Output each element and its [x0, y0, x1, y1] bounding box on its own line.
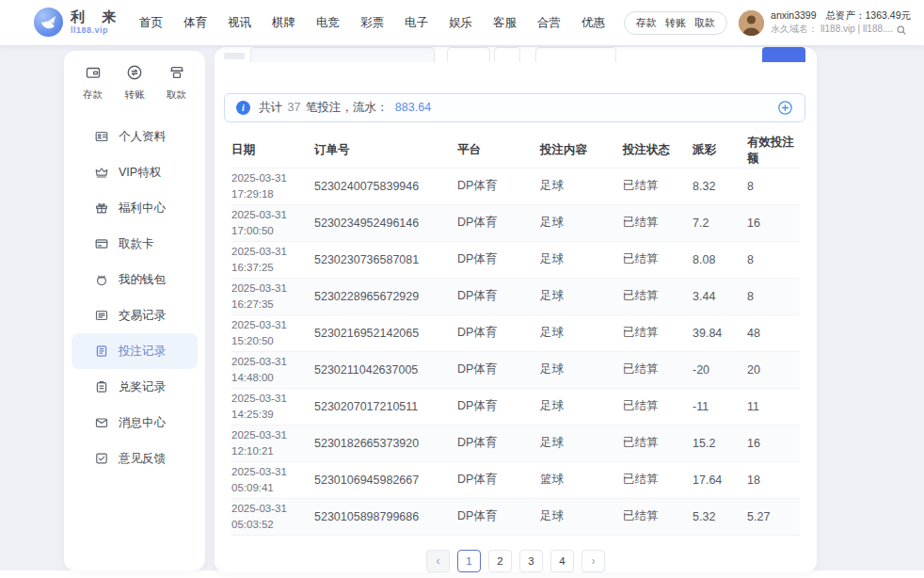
- filter-preset-button-1[interactable]: [447, 47, 490, 62]
- sidebar-item-福利中心[interactable]: 福利中心: [72, 190, 198, 226]
- nav-item-棋牌[interactable]: 棋牌: [262, 0, 306, 45]
- pagination: ‹1234›: [215, 550, 817, 572]
- column-header-订单号: 订单号: [314, 134, 457, 168]
- feedback-icon: [94, 451, 109, 466]
- bet-records-panel: i 共计 37 笔投注，流水： 883.64 日期订单号平台投注内容投注状态派彩…: [215, 47, 817, 572]
- nav-item-优惠[interactable]: 优惠: [571, 0, 615, 45]
- page-button-3[interactable]: 3: [519, 550, 543, 572]
- gift-icon: [94, 201, 109, 216]
- cell-date: 2025-03-3116:27:35: [231, 278, 314, 314]
- sidebar-item-意见反馈[interactable]: 意见反馈: [72, 441, 198, 476]
- cell-valid: 8: [747, 168, 800, 204]
- cell-order: 5230234952496146: [314, 204, 457, 241]
- next-page-button[interactable]: ›: [581, 550, 605, 572]
- sidebar-item-投注记录[interactable]: 投注记录: [72, 333, 198, 369]
- page-button-1[interactable]: 1: [457, 550, 481, 572]
- nav-item-首页[interactable]: 首页: [129, 0, 173, 45]
- cell-payout: 8.08: [693, 241, 747, 278]
- cell-order: 5230240075839946: [314, 168, 457, 204]
- cell-date: 2025-03-3114:25:39: [231, 388, 314, 425]
- cell-platform: DP体育: [457, 425, 540, 461]
- search-button[interactable]: [762, 47, 805, 62]
- cell-date: 2025-03-3112:10:21: [231, 425, 314, 461]
- nav-item-客服[interactable]: 客服: [483, 0, 527, 45]
- quick-action-存款[interactable]: 存款: [636, 16, 657, 30]
- cell-order: 5230216952142065: [314, 314, 457, 351]
- cell-valid: 8: [747, 278, 800, 314]
- filter-preset-button-2[interactable]: [494, 47, 520, 62]
- cell-content: 足球: [540, 241, 623, 278]
- table-row: 2025-03-3116:37:25 5230230736587081 DP体育…: [231, 241, 800, 278]
- table-row: 2025-03-3117:29:18 5230240075839946 DP体育…: [231, 168, 800, 204]
- cell-valid: 8: [747, 241, 800, 278]
- cell-status: 已结算: [623, 168, 693, 204]
- turnover-value: 883.64: [391, 101, 431, 114]
- cell-status: 已结算: [623, 388, 693, 425]
- cell-order: 5230105898799686: [314, 498, 457, 535]
- nav-item-电子[interactable]: 电子: [394, 0, 438, 45]
- site-logo[interactable]: 利 来 ll188.vip: [34, 8, 122, 37]
- sidebar-item-交易记录[interactable]: 交易记录: [72, 297, 198, 333]
- logo-icon: [34, 8, 63, 37]
- sidebar-shortcuts: 存款 转账 取款: [64, 64, 205, 102]
- filter-row: [215, 47, 817, 62]
- vip-crown-icon: [94, 165, 109, 180]
- table-row: 2025-03-3105:09:41 5230106945982667 DP体育…: [231, 461, 800, 498]
- sidebar-item-VIP特权[interactable]: VIP特权: [72, 154, 198, 190]
- filter-preset-button-3[interactable]: [535, 47, 616, 62]
- cell-order: 5230230736587081: [314, 241, 457, 278]
- shortcut-取款[interactable]: 取款: [167, 64, 186, 102]
- sidebar-item-取款卡[interactable]: 取款卡: [72, 226, 198, 262]
- nav-item-娱乐[interactable]: 娱乐: [438, 0, 483, 45]
- sidebar: 存款 转账 取款 个人资料 VIP特权 福利中心 取款卡 我的钱包 交易记录 投…: [64, 51, 205, 570]
- cell-content: 篮球: [540, 461, 623, 498]
- nav-item-视讯[interactable]: 视讯: [217, 0, 262, 45]
- column-header-平台: 平台: [457, 134, 540, 168]
- logo-domain: ll188.vip: [71, 26, 122, 35]
- cell-status: 已结算: [623, 498, 693, 535]
- nav-item-体育[interactable]: 体育: [173, 0, 217, 45]
- bet-records-table: 日期订单号平台投注内容投注状态派彩有效投注额 2025-03-3117:29:1…: [231, 134, 800, 536]
- quick-action-取款[interactable]: 取款: [694, 16, 715, 30]
- search-icon[interactable]: [896, 24, 907, 36]
- cell-content: 足球: [540, 351, 623, 388]
- transactions-icon: [94, 308, 109, 323]
- user-box[interactable]: anxin3399总资产：1363.49元 永久域名：ll188.vip | l…: [739, 8, 911, 37]
- column-header-投注内容: 投注内容: [540, 134, 623, 168]
- page-button-2[interactable]: 2: [488, 550, 512, 572]
- page-button-4[interactable]: 4: [550, 550, 574, 572]
- cell-payout: -11: [693, 388, 747, 425]
- cell-valid: 16: [747, 425, 800, 461]
- cell-payout: 7.2: [693, 204, 747, 241]
- bank-card-icon: [94, 236, 109, 251]
- prev-page-button[interactable]: ‹: [426, 550, 450, 572]
- main-nav-menu: 首页体育视讯棋牌电竞彩票电子娱乐客服合营优惠APP: [129, 0, 660, 45]
- cell-platform: DP体育: [457, 461, 540, 498]
- sidebar-item-消息中心[interactable]: 消息中心: [72, 405, 198, 441]
- date-range-input[interactable]: [250, 47, 435, 62]
- nav-item-电竞[interactable]: 电竞: [306, 0, 350, 45]
- shortcut-转账[interactable]: 转账: [125, 64, 145, 102]
- plus-circle-icon[interactable]: [777, 100, 793, 116]
- cell-date: 2025-03-3117:00:50: [231, 204, 314, 241]
- column-header-投注状态: 投注状态: [623, 134, 693, 168]
- nav-item-合营[interactable]: 合营: [527, 0, 571, 45]
- quick-action-转账[interactable]: 转账: [665, 16, 686, 30]
- cell-platform: DP体育: [457, 351, 540, 388]
- redeem-icon: [94, 379, 109, 394]
- cell-date: 2025-03-3117:29:18: [231, 168, 314, 204]
- shortcut-存款[interactable]: 存款: [83, 64, 103, 102]
- withdraw-icon: [168, 64, 185, 85]
- bet-records-icon: [94, 344, 109, 359]
- sidebar-item-个人资料[interactable]: 个人资料: [72, 119, 198, 154]
- cell-status: 已结算: [623, 204, 693, 241]
- cell-status: 已结算: [623, 425, 693, 461]
- cell-status: 已结算: [623, 351, 693, 388]
- cell-valid: 11: [747, 388, 800, 425]
- avatar[interactable]: [739, 10, 764, 36]
- sidebar-item-兑奖记录[interactable]: 兑奖记录: [72, 369, 198, 405]
- sidebar-item-我的钱包[interactable]: 我的钱包: [72, 262, 198, 297]
- cell-content: 足球: [540, 388, 623, 425]
- wallet-quick-actions: 存款转账取款: [624, 11, 727, 35]
- nav-item-彩票[interactable]: 彩票: [350, 0, 394, 45]
